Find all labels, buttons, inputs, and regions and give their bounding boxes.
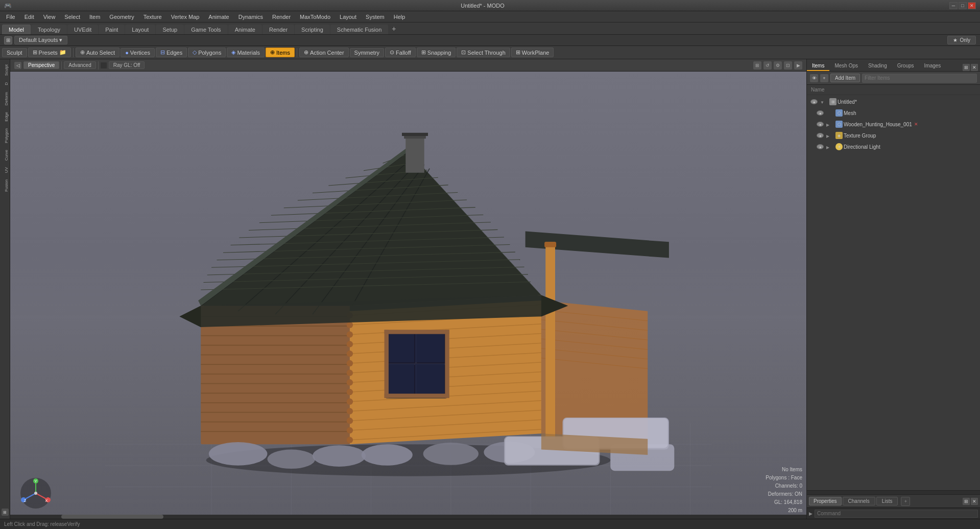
maximize-button[interactable]: □ [959,2,967,9]
bottom-tab-channels[interactable]: Channels [843,497,875,505]
sidebar-tab-deform[interactable]: Deform [0,89,10,108]
sidebar-bottom-icon[interactable]: ⊞ [2,509,9,516]
tab-layout[interactable]: Layout [125,25,155,34]
rp-tab-groups[interactable]: Groups [892,61,919,71]
sidebar-tab-polygon[interactable]: Polygon [0,125,10,146]
vp-icon-1[interactable]: ⊞ [753,61,761,70]
rp-add-icon[interactable]: + [820,74,828,82]
action-center-button[interactable]: ⊕ Action Center [299,48,349,57]
only-button[interactable]: ★ Only [947,36,976,44]
sidebar-tab-fusion[interactable]: Fusion [0,176,10,195]
add-item-button[interactable]: Add Item [830,74,860,82]
rp-tab-items[interactable]: Items [807,61,829,71]
viewport-advanced-btn[interactable]: Advanced [64,61,95,69]
vp-icon-4[interactable]: ⊡ [784,61,792,70]
sidebar-tab-curve[interactable]: Curve [0,147,10,164]
sidebar-tab-edge[interactable]: Edge [0,109,10,125]
edges-button[interactable]: ⊟ Edges [156,48,187,57]
presets-button[interactable]: ⊞ Presets 📁 [28,48,71,57]
command-arrow[interactable]: ▶ [809,511,812,516]
rp-close-btn[interactable]: ✕ [971,64,978,71]
sidebar-tab-d[interactable]: D [0,79,10,88]
menu-system[interactable]: System [362,13,389,21]
items-button[interactable]: ⊕ Items [266,48,295,57]
tab-schematic-fusion[interactable]: Schematic Fusion [330,25,388,34]
tree-scrollbar[interactable] [807,490,980,494]
layouts-icon[interactable]: ⊞ [4,36,12,44]
tree-eye-house[interactable]: ● [815,122,825,127]
menu-edit[interactable]: Edit [20,13,38,21]
auto-select-button[interactable]: ⊕ Auto Select [76,48,119,57]
tab-add-button[interactable]: + [389,23,399,34]
tab-uvedit[interactable]: UVEdit [67,25,98,34]
rp-tab-images[interactable]: Images [919,61,946,71]
tree-item-mesh[interactable]: ● ⬡ Mesh [807,107,980,119]
viewport-perspective-btn[interactable]: Perspective [23,61,59,69]
polygons-button[interactable]: ◇ Polygons [188,48,226,57]
menu-render[interactable]: Render [268,13,295,21]
tree-eye-texture[interactable]: ● [815,133,825,138]
tab-scripting[interactable]: Scripting [295,25,330,34]
select-through-button[interactable]: ⊡ Select Through [457,48,510,57]
rp-expand-btn[interactable]: ⊞ [963,64,970,71]
sidebar-tab-sculpt-presets[interactable]: Sculpt [0,61,10,79]
viewport-toggle-icon[interactable]: ◁ [14,62,21,69]
minimize-button[interactable]: ─ [949,2,958,9]
tree-item-light[interactable]: ● ▶ ☀ Directional Light [807,141,980,152]
rp-tab-mesh-ops[interactable]: Mesh Ops [829,61,863,71]
tree-expand-texture[interactable]: ▶ [826,133,834,139]
sculpt-button[interactable]: Sculpt [2,48,27,57]
menu-select[interactable]: Select [60,13,84,21]
tree-eye-mesh[interactable]: ● [815,110,825,116]
layouts-dropdown[interactable]: Default Layouts ▾ [14,36,67,44]
menu-layout[interactable]: Layout [336,13,361,21]
menu-dynamics[interactable]: Dynamics [234,13,267,21]
menu-animate[interactable]: Animate [204,13,233,21]
vertices-button[interactable]: ● Vertices [121,48,155,57]
snapping-button[interactable]: ⊞ Snapping [417,48,456,57]
tab-model[interactable]: Model [2,25,31,34]
bottom-expand-btn[interactable]: ⊞ [963,498,970,505]
tree-eye-light[interactable]: ● [815,144,825,149]
tab-render[interactable]: Render [262,25,294,34]
viewport-ray-gl-btn[interactable]: Ray GL: Off [109,61,145,69]
scene-canvas[interactable]: X Y Z No Items Polygons : Face Channels:… [10,72,806,519]
viewport-bullet-icon[interactable] [101,62,107,68]
command-input[interactable] [815,510,978,518]
tab-topology[interactable]: Topology [31,25,67,34]
materials-button[interactable]: ◈ Materials [227,48,265,57]
symmetry-button[interactable]: Symmetry [350,48,385,57]
workplane-button[interactable]: ⊞ WorkPlane [511,48,554,57]
tree-item-texture[interactable]: ● ▶ ◈ Texture Group [807,130,980,141]
tree-expand-light[interactable]: ▶ [826,144,834,150]
menu-file[interactable]: File [2,13,19,21]
falloff-button[interactable]: ⊙ Falloff [385,48,416,57]
vp-icon-3[interactable]: ⚙ [774,61,782,70]
bottom-tab-lists[interactable]: Lists [876,497,898,505]
bottom-close-btn[interactable]: ✕ [971,498,978,505]
menu-vertex-map[interactable]: Vertex Map [167,13,204,21]
tab-game-tools[interactable]: Game Tools [184,25,228,34]
vp-icon-5[interactable]: ▶ [794,61,802,70]
rp-eye-toggle[interactable]: 👁 [810,74,818,82]
tree-eye-scene[interactable]: ● [809,99,819,104]
filter-items-input[interactable] [862,74,977,83]
menu-texture[interactable]: Texture [139,13,166,21]
menu-geometry[interactable]: Geometry [105,13,138,21]
close-button[interactable]: ✕ [968,2,976,9]
bottom-add-icon[interactable]: + [901,497,910,506]
sidebar-tab-uv[interactable]: UV [0,164,10,176]
menu-help[interactable]: Help [390,13,410,21]
tab-paint[interactable]: Paint [99,25,125,34]
viewport-scrollbar-h[interactable] [10,515,806,519]
tree-item-scene[interactable]: ● ▼ ⊞ Untitled* [807,96,980,107]
tab-setup[interactable]: Setup [156,25,184,34]
bottom-tab-properties[interactable]: Properties [809,497,842,505]
tree-expand-house[interactable]: ▶ [826,122,834,127]
tree-expand-scene[interactable]: ▼ [820,99,828,105]
vp-icon-2[interactable]: ↺ [763,61,772,70]
viewport[interactable]: ◁ Perspective Advanced Ray GL: Off ⊞ ↺ ⚙… [10,59,806,519]
menu-view[interactable]: View [39,13,60,21]
rp-tab-shading[interactable]: Shading [863,61,892,71]
tab-animate[interactable]: Animate [228,25,262,34]
